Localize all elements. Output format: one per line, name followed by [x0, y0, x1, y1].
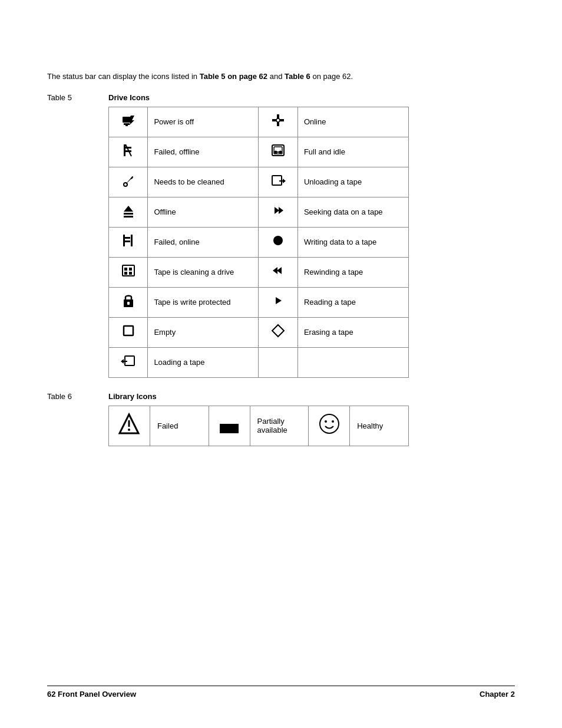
svg-rect-24: [123, 235, 125, 246]
icon-erasing: [259, 317, 297, 347]
svg-rect-39: [124, 326, 133, 335]
svg-rect-26: [125, 241, 130, 242]
svg-marker-34: [277, 267, 282, 274]
label-writing: Writing data to a tape: [297, 227, 408, 257]
icon-offline: [109, 197, 148, 227]
ref1: Table 5 on page 62: [200, 72, 267, 81]
svg-rect-30: [124, 268, 127, 271]
table5-title: Drive Icons: [108, 93, 150, 102]
icon-needs-cleaned: [109, 167, 148, 197]
footer-left: 62 Front Panel Overview: [47, 690, 136, 699]
table-row: Offline Seeking data on a tape: [109, 197, 409, 227]
table-row: Failed, offline Full and idle: [109, 137, 409, 167]
svg-point-45: [128, 429, 130, 431]
table-row: Empty Erasing a tape: [109, 317, 409, 347]
svg-marker-22: [275, 207, 279, 214]
icon-writing: [259, 227, 297, 257]
icon-loading: [109, 347, 148, 377]
table-row: Failed Partiallyavailable: [109, 406, 409, 446]
label-needs-cleaned: Needs to be cleaned: [148, 167, 259, 197]
table5-header: Table 5 Drive Icons: [47, 93, 515, 102]
label-failed-offline: Failed, offline: [148, 137, 259, 167]
icon-failed-online: [109, 227, 148, 257]
label-failed-online: Failed, online: [148, 227, 259, 257]
table5-label: Table 5: [47, 93, 108, 102]
label-seeking: Seeking data on a tape: [297, 197, 408, 227]
label-online: Online: [297, 107, 408, 137]
icon-empty: [109, 317, 148, 347]
icon-rewinding: [259, 257, 297, 287]
page-footer: 62 Front Panel Overview Chapter 2: [47, 686, 515, 699]
label-cleaning: Tape is cleaning a drive: [148, 257, 259, 287]
table6-header: Table 6 Library Icons: [47, 392, 515, 401]
svg-marker-40: [272, 325, 284, 337]
table-row: Tape is write protected Reading a tape: [109, 287, 409, 317]
label-power-off: Power is off: [148, 107, 259, 137]
icon-failed-offline: [109, 137, 148, 167]
svg-marker-18: [279, 179, 286, 183]
svg-marker-42: [121, 359, 127, 364]
table-row: Loading a tape: [109, 347, 409, 377]
svg-rect-20: [124, 213, 133, 215]
table-row: Failed, online Writing data to a tape: [109, 227, 409, 257]
svg-rect-2: [125, 125, 128, 126]
svg-point-50: [332, 420, 334, 423]
svg-point-6: [276, 118, 280, 122]
svg-rect-21: [124, 216, 133, 218]
icon-cleaning: [109, 257, 148, 287]
intro-text-part1: The status bar can display the icons lis…: [47, 72, 200, 81]
svg-rect-37: [127, 302, 130, 305]
svg-marker-35: [273, 267, 277, 274]
label-empty: Empty: [148, 317, 259, 347]
label-healthy: Healthy: [350, 406, 409, 446]
intro-text-part2: and: [267, 72, 285, 81]
table-row: Power is off Online: [109, 107, 409, 137]
icon-write-protected: [109, 287, 148, 317]
library-icons-table: Failed Partiallyavailable: [108, 406, 409, 446]
svg-rect-27: [131, 235, 133, 246]
label-erasing: Erasing a tape: [297, 317, 408, 347]
svg-point-49: [325, 420, 327, 423]
table-row: Tape is cleaning a drive Rewinding a tap…: [109, 257, 409, 287]
icon-partially-available: [209, 406, 250, 446]
label-empty-right: [297, 347, 408, 377]
table6-section: Table 6 Library Icons Failed: [47, 392, 515, 446]
table5-section: Table 5 Drive Icons Power is off: [47, 93, 515, 378]
icon-full-idle: [259, 137, 297, 167]
svg-marker-38: [276, 297, 282, 304]
table6-label: Table 6: [47, 392, 108, 401]
svg-point-48: [320, 414, 339, 433]
svg-point-28: [273, 236, 283, 245]
label-write-protected: Tape is write protected: [148, 287, 259, 317]
footer-right: Chapter 2: [480, 690, 515, 699]
icon-failed-lib: [109, 406, 150, 446]
icon-power-off: [109, 107, 148, 137]
icon-unloading: [259, 167, 297, 197]
label-rewinding: Rewinding a tape: [297, 257, 408, 287]
icon-reading: [259, 287, 297, 317]
label-offline: Offline: [148, 197, 259, 227]
svg-marker-23: [279, 207, 283, 214]
svg-rect-47: [220, 414, 239, 424]
intro-text: The status bar can display the icons lis…: [47, 71, 459, 83]
svg-rect-7: [124, 144, 125, 156]
svg-rect-25: [125, 237, 130, 239]
svg-rect-33: [129, 272, 132, 275]
icon-seeking: [259, 197, 297, 227]
label-unloading: Unloading a tape: [297, 167, 408, 197]
label-failed-lib: Failed: [150, 406, 209, 446]
svg-marker-19: [124, 206, 133, 212]
ref2: Table 6: [285, 72, 310, 81]
svg-rect-1: [124, 123, 130, 125]
table6-title: Library Icons: [108, 392, 157, 401]
icon-healthy: [309, 406, 350, 446]
label-partially-available: Partiallyavailable: [250, 406, 309, 446]
icon-empty-right: [259, 347, 297, 377]
drive-icons-table: Power is off Online: [108, 107, 409, 378]
label-reading: Reading a tape: [297, 287, 408, 317]
intro-text-part3: on page 62.: [310, 72, 353, 81]
table-row: Needs to be cleaned Unloading a tape: [109, 167, 409, 197]
icon-online: [259, 107, 297, 137]
label-full-idle: Full and idle: [297, 137, 408, 167]
svg-rect-15: [276, 151, 280, 153]
